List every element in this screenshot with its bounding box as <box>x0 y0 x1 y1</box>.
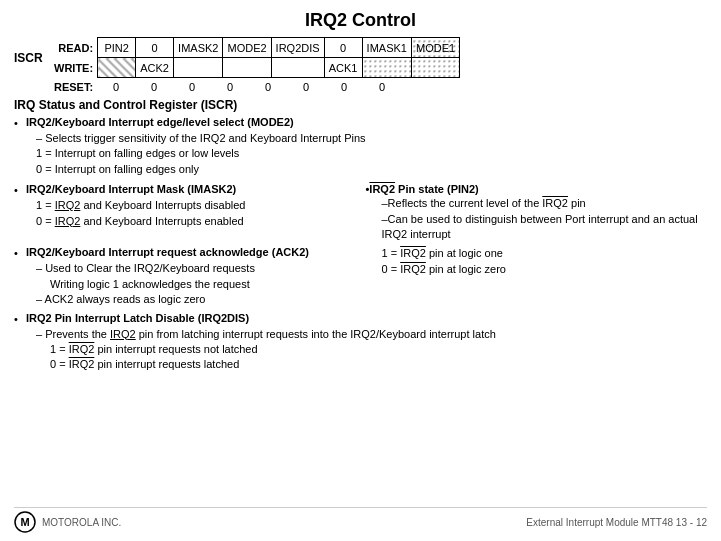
bullet-4-line-1: – Prevents the IRQ2 pin from latching in… <box>36 327 707 342</box>
bullet-2-left: • IRQ2/Keyboard Interrupt Mask (IMASK2) … <box>14 183 356 242</box>
register-area: ISCR READ: PIN2 0 IMASK2 MODE2 IRQ2DIS 0… <box>14 37 707 78</box>
bullet-1-marker: • <box>14 117 26 129</box>
reset-val-6: 0 <box>325 80 363 94</box>
section-title: IRQ Status and Control Register (ISCR) <box>14 98 707 112</box>
bullet-4-line-3: 0 = IRQ2 pin interrupt requests latched <box>50 357 707 372</box>
bullet-3-line-3: – ACK2 always reads as logic zero <box>36 292 356 307</box>
bullet-3-left: • IRQ2/Keyboard Interrupt request acknow… <box>14 246 356 307</box>
write-label: WRITE: <box>50 58 98 78</box>
bullet-2-marker: • <box>14 184 26 196</box>
reg-cell-empty2 <box>223 58 271 78</box>
reg-cell-irq2dis: IRQ2DIS <box>271 38 324 58</box>
footer-company: MOTOROLA INC. <box>42 517 121 528</box>
bullet-2-header-row: • IRQ2/Keyboard Interrupt Mask (IMASK2) <box>14 183 356 196</box>
reset-val-0: 0 <box>97 80 135 94</box>
register-diagram: READ: PIN2 0 IMASK2 MODE2 IRQ2DIS 0 IMAS… <box>50 37 460 78</box>
bullet-1-header-row: • IRQ2/Keyboard Interrupt edge/level sel… <box>14 116 707 129</box>
page-title: IRQ2 Control <box>14 10 707 31</box>
bullet-4-header: IRQ2 Pin Interrupt Latch Disable (IRQ2DI… <box>26 312 249 324</box>
reg-cell-pin2: PIN2 <box>98 38 136 58</box>
bullet-1-line-1: – Selects trigger sensitivity of the IRQ… <box>36 131 707 146</box>
motorola-logo-icon: M <box>14 511 36 533</box>
reset-values-row: RESET: 0 0 0 0 0 0 0 0 <box>50 80 401 94</box>
bullet-2-line-2: 0 = IRQ2 and Keyboard Interrupts enabled <box>36 214 356 229</box>
bullet-3-right-line-1: 1 = IRQ2 pin at logic one <box>382 246 708 261</box>
reg-cell-0a: 0 <box>136 38 174 58</box>
bullet-2-right-header: •IRQ2 Pin state (PIN2) <box>366 183 708 195</box>
bullet-3-header: IRQ2/Keyboard Interrupt request acknowle… <box>26 246 309 258</box>
bullet-1-header: IRQ2/Keyboard Interrupt edge/level selec… <box>26 116 294 128</box>
reg-cell-imask2: IMASK2 <box>174 38 223 58</box>
bullet-2-right-line-2: –Can be used to distinguish between Port… <box>382 212 708 243</box>
content-area: • IRQ2/Keyboard Interrupt edge/level sel… <box>14 116 707 503</box>
reg-cell-imask1: IMASK1 <box>362 38 411 58</box>
bullet-3-line-2: Writing logic 1 acknowledges the request <box>50 277 356 292</box>
reg-cell-empty3 <box>271 58 324 78</box>
bullet-2-right: •IRQ2 Pin state (PIN2) –Reflects the cur… <box>366 183 708 242</box>
reg-cell-mode2: MODE2 <box>223 38 271 58</box>
bullet-3-marker: • <box>14 247 26 259</box>
iscr-label: ISCR <box>14 51 44 65</box>
page: IRQ2 Control ISCR READ: PIN2 0 IMASK2 MO… <box>0 0 721 541</box>
reg-cell-hatch <box>98 58 136 78</box>
footer-module: External Interrupt Module MTT48 13 - 12 <box>526 517 707 528</box>
bullet-4: • IRQ2 Pin Interrupt Latch Disable (IRQ2… <box>14 312 707 373</box>
reset-val-2: 0 <box>173 80 211 94</box>
reset-row: RESET: 0 0 0 0 0 0 0 0 <box>50 80 707 94</box>
bullet-2-line-1: 1 = IRQ2 and Keyboard Interrupts disable… <box>36 198 356 213</box>
register-table: READ: PIN2 0 IMASK2 MODE2 IRQ2DIS 0 IMAS… <box>50 37 460 78</box>
reset-val-5: 0 <box>287 80 325 94</box>
reset-label: RESET: <box>50 80 97 94</box>
bullet-3-line-1: – Used to Clear the IRQ2/Keyboard reques… <box>36 261 356 276</box>
reg-cell-dot2 <box>411 58 459 78</box>
reset-val-4: 0 <box>249 80 287 94</box>
bullet-3-area: • IRQ2/Keyboard Interrupt request acknow… <box>14 246 707 307</box>
reset-val-3: 0 <box>211 80 249 94</box>
read-label: READ: <box>50 38 98 58</box>
reg-cell-dot1 <box>362 58 411 78</box>
bullet-1: • IRQ2/Keyboard Interrupt edge/level sel… <box>14 116 707 177</box>
reg-cell-0b: 0 <box>324 38 362 58</box>
reset-val-7: 0 <box>363 80 401 94</box>
bullet-2-header: IRQ2/Keyboard Interrupt Mask (IMASK2) <box>26 183 236 195</box>
bullet-4-header-row: • IRQ2 Pin Interrupt Latch Disable (IRQ2… <box>14 312 707 325</box>
reg-cell-mode1: MODE1 <box>411 38 459 58</box>
bullet-3-header-row: • IRQ2/Keyboard Interrupt request acknow… <box>14 246 356 259</box>
reset-table: RESET: 0 0 0 0 0 0 0 0 <box>50 80 401 94</box>
reset-val-1: 0 <box>135 80 173 94</box>
footer-logo-area: M MOTOROLA INC. <box>14 511 121 533</box>
svg-text:M: M <box>20 516 29 528</box>
write-row: WRITE: ACK2 ACK1 <box>50 58 460 78</box>
bullet-3-right-line-2: 0 = IRQ2 pin at logic zero <box>382 262 708 277</box>
bullet-3-right: 1 = IRQ2 pin at logic one 0 = IRQ2 pin a… <box>366 246 708 307</box>
bullet-4-marker: • <box>14 313 26 325</box>
bullet-2-area: • IRQ2/Keyboard Interrupt Mask (IMASK2) … <box>14 183 707 242</box>
reg-cell-empty1 <box>174 58 223 78</box>
footer: M MOTOROLA INC. External Interrupt Modul… <box>14 507 707 533</box>
reg-cell-ack1: ACK1 <box>324 58 362 78</box>
read-row: READ: PIN2 0 IMASK2 MODE2 IRQ2DIS 0 IMAS… <box>50 38 460 58</box>
bullet-1-line-3: 0 = Interrupt on falling edges only <box>36 162 707 177</box>
bullet-1-line-2: 1 = Interrupt on falling edges or low le… <box>36 146 707 161</box>
bullet-2-right-line-1: –Reflects the current level of the IRQ2 … <box>382 196 708 211</box>
reg-cell-ack2: ACK2 <box>136 58 174 78</box>
bullet-4-line-2: 1 = IRQ2 pin interrupt requests not latc… <box>50 342 707 357</box>
